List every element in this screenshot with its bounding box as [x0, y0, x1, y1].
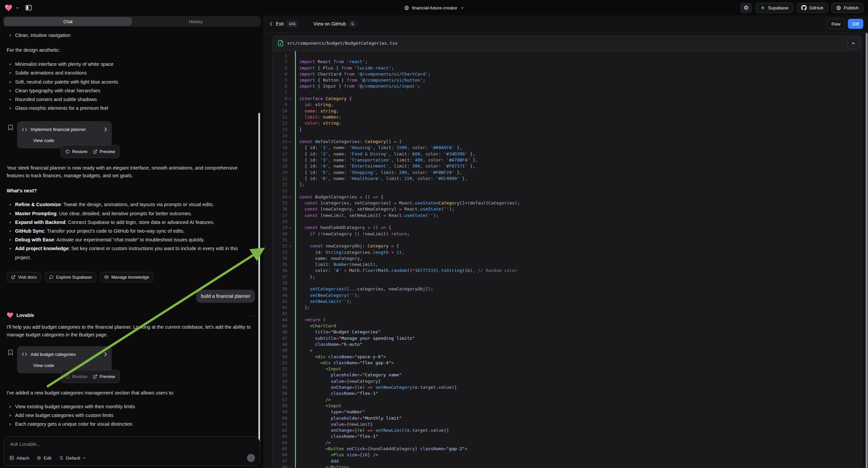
next-step-item: GitHub Sync: Transfer your project's cod… [7, 227, 255, 235]
version-card-add-budget[interactable]: Add budget categories View code [17, 346, 112, 373]
settings-gear-icon[interactable]: ⚙ [740, 3, 752, 13]
edit-button[interactable]: Edit [37, 456, 51, 461]
view-code-link[interactable]: View code [33, 361, 107, 369]
target-icon [37, 456, 41, 460]
chat-input[interactable]: Ask Lovable... [10, 441, 254, 447]
supabase-bolt-icon [760, 5, 765, 10]
code-scrollbar[interactable] [866, 33, 868, 468]
restore-icon [65, 149, 70, 154]
collapse-file-button[interactable] [847, 38, 859, 49]
project-title: financial-future-creator [412, 5, 457, 10]
list-item: Rounded corners and subtle shadows [7, 95, 255, 104]
code-line: 10 name: string; [273, 108, 862, 114]
line-number: 4 [273, 71, 287, 77]
line-number: 36 [273, 268, 287, 273]
tab-history[interactable]: History [132, 17, 260, 26]
line-number: 15 [273, 139, 287, 145]
fold-chevron-icon[interactable] [289, 226, 291, 229]
restore-button[interactable]: Restore [65, 373, 88, 380]
line-number: 60 [273, 415, 287, 421]
list-item: Minimalist interface with plenty of whit… [7, 60, 255, 68]
list-item: Clean typography with clear hierarchies [7, 86, 255, 95]
code-line: 61 value={newLimit} [273, 421, 862, 428]
project-switcher[interactable]: financial-future-creator [404, 5, 464, 10]
code-line: 62 onChange={(e) => setNewLimit(e.target… [273, 428, 862, 433]
list-item: Add new budget categories with custom li… [7, 411, 255, 420]
explore-supabase-button[interactable]: Explore Supabase [44, 272, 96, 282]
fold-chevron-icon[interactable] [289, 245, 291, 247]
send-button[interactable]: ↑ [247, 454, 255, 462]
line-number: 14 [273, 133, 287, 139]
external-link-icon [93, 149, 97, 154]
preview-button[interactable]: Preview [93, 148, 115, 155]
line-number: 31 [273, 237, 287, 243]
line-number: 11 [273, 114, 287, 120]
list-item: Glass-morphic elements for a premium fee… [7, 104, 255, 113]
mode-selector[interactable]: Default [59, 456, 86, 461]
bookmark-icon[interactable] [8, 350, 13, 355]
line-number: 10 [273, 108, 287, 114]
line-number: 38 [273, 280, 287, 286]
help-paragraph: I'll help you add budget categories to t… [7, 323, 255, 339]
lovable-logo-heart-icon[interactable] [5, 4, 12, 11]
github-button[interactable]: GitHub [797, 3, 828, 13]
code-line: 29 const handleAddCategory = () => { [273, 225, 862, 231]
diff-toggle-button[interactable]: Diff [848, 19, 863, 29]
publish-button[interactable]: Publish [831, 3, 863, 13]
next-step-item: Add project knowledge: Set key context o… [7, 244, 255, 262]
line-number: 67 [273, 458, 287, 464]
line-number: 18 [273, 157, 287, 163]
raw-toggle-button[interactable]: Raw [827, 19, 845, 29]
project-chevron-down-icon [460, 6, 464, 10]
code-line: 42 }; [273, 304, 862, 311]
exit-button[interactable]: Exit [276, 21, 283, 27]
tab-chat[interactable]: Chat [4, 17, 132, 26]
message-menu-icon[interactable]: ··· [248, 312, 255, 319]
code-line: 68 </Button> [273, 464, 862, 468]
code-icon [22, 352, 27, 356]
bookmark-icon[interactable] [8, 124, 13, 130]
line-number: 41 [273, 298, 287, 304]
line-number: 33 [273, 250, 287, 256]
sidebar-toggle-icon[interactable] [25, 4, 32, 11]
view-code-link[interactable]: View code [33, 137, 107, 144]
line-number: 9 [273, 102, 287, 108]
restore-icon [65, 374, 70, 379]
code-header: Exit ESC View on GitHub G Raw Diff [264, 16, 868, 33]
line-number: 29 [273, 225, 287, 231]
chevron-right-icon [104, 352, 107, 356]
code-line: 56 className="flex-1" [273, 390, 862, 397]
external-link-icon [11, 275, 16, 279]
view-on-github-link[interactable]: View on GitHub [313, 21, 346, 27]
logo-chevron-down-icon[interactable] [16, 6, 20, 10]
fold-chevron-icon[interactable] [289, 97, 291, 100]
line-number: 47 [273, 335, 287, 342]
file-header[interactable]: src/components/budget/BudgetCategories.t… [273, 36, 862, 51]
line-number: 42 [273, 304, 287, 311]
design-heading: For the design aesthetic: [7, 46, 255, 54]
esc-key-chip: ESC [286, 21, 299, 27]
next-step-item: Debug with Ease: Activate our experiment… [7, 235, 255, 244]
chevron-left-icon[interactable] [270, 22, 273, 26]
fold-chevron-icon[interactable] [289, 140, 291, 143]
attach-button[interactable]: Attach [9, 456, 29, 461]
supabase-button[interactable]: Supabase [755, 3, 793, 13]
visit-docs-button[interactable]: Visit docs [7, 272, 41, 282]
code-line: 49 > [273, 348, 862, 353]
preview-button[interactable]: Preview [93, 373, 115, 380]
chat-messages[interactable]: Clean, intuitive navigation For the desi… [0, 28, 264, 468]
version-card-implement[interactable]: Implement financial planner View code [17, 121, 112, 148]
fold-chevron-icon[interactable] [289, 196, 291, 198]
github-mark-icon [801, 5, 807, 10]
assistant-header: Lovable ··· [7, 312, 255, 319]
list-item: Each category gets a unique color for vi… [7, 420, 255, 429]
version-title: Add budget categories [31, 351, 101, 358]
code-editor[interactable]: 12import React from 'react';3import { Pl… [273, 51, 862, 468]
line-number: 45 [273, 323, 287, 329]
code-line: 2import React from 'react'; [273, 59, 862, 65]
chat-scrollbar[interactable] [258, 113, 260, 447]
restore-button[interactable]: Restore [65, 148, 88, 155]
line-number: 13 [273, 126, 287, 133]
manage-knowledge-button[interactable]: Manage knowledge [100, 272, 154, 282]
restore-preview-pill: Restore Preview [61, 370, 120, 383]
